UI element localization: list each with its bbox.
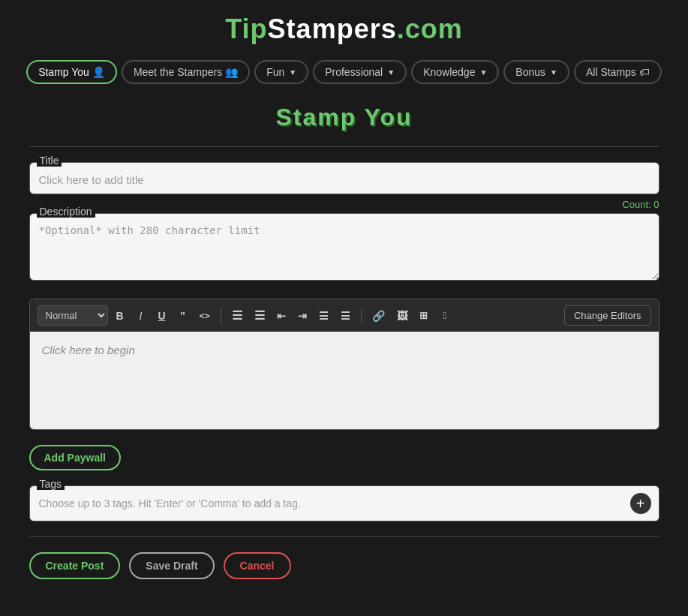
cancel-button[interactable]: Cancel [224, 552, 291, 579]
bottom-divider [29, 536, 659, 537]
knowledge-dropdown-icon: ▼ [479, 68, 487, 77]
link-button[interactable]: 🔗 [368, 307, 389, 325]
create-post-button[interactable]: Create Post [29, 552, 121, 579]
professional-dropdown-icon: ▼ [387, 68, 395, 77]
description-field-group: Description [29, 213, 659, 284]
code-icon: <> [200, 311, 210, 321]
logo-tip: Tip [225, 14, 267, 44]
title-input[interactable] [29, 162, 659, 194]
format-select[interactable]: Normal Heading 1 Heading 2 Heading 3 [38, 305, 108, 326]
site-header: TipStampers.com [0, 0, 688, 54]
unordered-list-icon: ☰ [254, 308, 265, 323]
indent-icon: ⇥ [298, 310, 307, 322]
tags-input[interactable] [39, 497, 621, 509]
image-icon: 🖼 [397, 310, 407, 322]
italic-icon: I [140, 310, 143, 322]
align-left-icon: ☰ [319, 310, 329, 322]
change-editors-button[interactable]: Change Editors [564, 305, 651, 326]
blockquote-icon: " [180, 310, 185, 322]
bold-button[interactable]: B [111, 307, 129, 325]
editor-wrapper: Normal Heading 1 Heading 2 Heading 3 B I… [29, 299, 659, 430]
nav-stamp-you[interactable]: Stamp You 👤 [26, 60, 117, 84]
clear-format-button[interactable]: 𝏩 [436, 307, 454, 324]
table-button[interactable]: ⊞ [415, 307, 433, 324]
align-right-button[interactable]: ☰ [336, 307, 355, 325]
toolbar-separator-2 [361, 308, 362, 323]
tags-field-group: Tags + [29, 485, 659, 521]
stamp-you-icon: 👤 [92, 66, 105, 78]
nav-meet-stampers[interactable]: Meet the Stampers 👥 [122, 60, 250, 84]
tags-label: Tags [37, 478, 65, 490]
align-left-button[interactable]: ☰ [314, 307, 333, 325]
title-label: Title [37, 155, 62, 167]
blockquote-button[interactable]: " [174, 307, 192, 325]
link-icon: 🔗 [372, 310, 385, 322]
nav-professional[interactable]: Professional ▼ [313, 60, 407, 84]
code-button[interactable]: <> [195, 308, 215, 324]
toolbar-separator-1 [221, 308, 221, 323]
outdent-icon: ⇤ [277, 310, 286, 322]
nav-meet-stampers-label: Meet the Stampers [134, 66, 222, 78]
site-logo: TipStampers.com [0, 14, 688, 45]
editor-content-area[interactable]: Click here to begin [30, 332, 659, 429]
description-textarea[interactable] [29, 213, 659, 281]
nav-fun[interactable]: Fun ▼ [254, 60, 308, 84]
save-draft-button[interactable]: Save Draft [129, 552, 214, 579]
table-icon: ⊞ [419, 310, 428, 321]
italic-button[interactable]: I [132, 307, 150, 325]
nav-all-stamps[interactable]: All Stamps 🏷 [574, 60, 662, 84]
nav-fun-label: Fun [266, 66, 284, 78]
ordered-list-icon: ☰ [232, 308, 242, 323]
image-button[interactable]: 🖼 [392, 307, 412, 325]
nav-knowledge-label: Knowledge [423, 66, 475, 78]
description-label: Description [37, 206, 95, 218]
title-divider [29, 146, 659, 147]
tags-container: + [29, 485, 659, 521]
all-stamps-icon: 🏷 [639, 66, 650, 78]
char-count: Count: 0 [29, 199, 659, 210]
bonus-dropdown-icon: ▼ [550, 68, 557, 77]
align-right-icon: ☰ [341, 310, 350, 322]
logo-stampers: Stampers [268, 14, 397, 44]
underline-button[interactable]: U [153, 307, 171, 325]
clear-format-icon: 𝏩 [443, 310, 447, 321]
bold-icon: B [116, 310, 123, 322]
ordered-list-button[interactable]: ☰ [227, 305, 247, 326]
tags-add-button[interactable]: + [630, 493, 651, 514]
meet-stampers-icon: 👥 [225, 66, 238, 78]
add-paywall-button[interactable]: Add Paywall [29, 445, 121, 470]
main-nav: Stamp You 👤 Meet the Stampers 👥 Fun ▼ Pr… [0, 54, 688, 96]
editor-placeholder: Click here to begin [42, 344, 135, 356]
editor-toolbar: Normal Heading 1 Heading 2 Heading 3 B I… [30, 299, 659, 332]
fun-dropdown-icon: ▼ [289, 68, 296, 77]
nav-all-stamps-label: All Stamps [586, 66, 636, 78]
nav-stamp-you-label: Stamp You [38, 66, 89, 78]
nav-bonus[interactable]: Bonus ▼ [503, 60, 569, 84]
logo-com: .com [397, 14, 463, 44]
unordered-list-button[interactable]: ☰ [250, 305, 269, 326]
page-title: Stamp You [29, 104, 659, 131]
nav-bonus-label: Bonus [515, 66, 545, 78]
nav-professional-label: Professional [325, 66, 383, 78]
indent-button[interactable]: ⇥ [293, 307, 311, 325]
title-field-group: Title [29, 162, 659, 194]
main-content: Stamp You Title Count: 0 Description Nor… [14, 104, 674, 609]
action-buttons: Create Post Save Draft Cancel [29, 552, 659, 579]
nav-knowledge[interactable]: Knowledge ▼ [411, 60, 499, 84]
underline-icon: U [158, 310, 165, 322]
outdent-button[interactable]: ⇤ [272, 307, 290, 325]
